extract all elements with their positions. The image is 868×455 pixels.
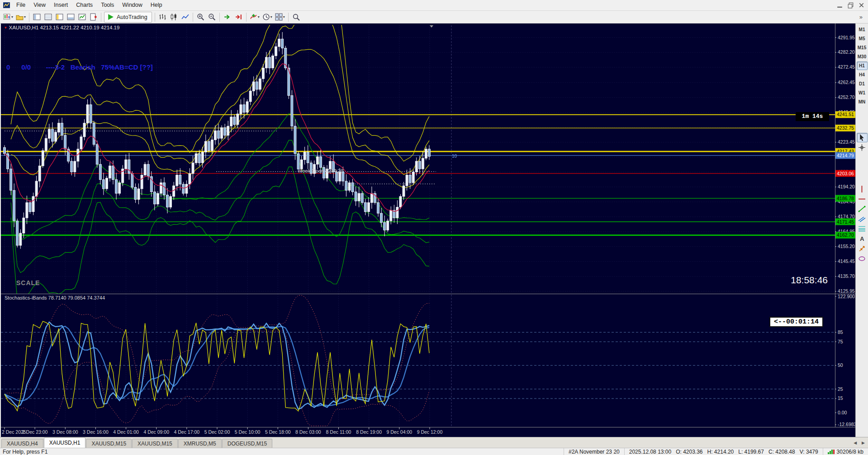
toolbar-overflow-button[interactable]: »	[857, 13, 865, 21]
autotrading-label: AutoTrading	[117, 14, 147, 20]
timeframe-m30-button[interactable]: M30	[857, 52, 868, 61]
auto-scroll-button[interactable]	[222, 12, 233, 23]
channel-tool[interactable]	[857, 214, 868, 224]
zoom-in-button[interactable]	[195, 12, 206, 23]
text-tool[interactable]: A	[857, 234, 868, 244]
toolbar-separator	[193, 13, 193, 22]
timeframe-h4-button[interactable]: H4	[857, 70, 868, 79]
bar-chart-button[interactable]	[157, 12, 168, 23]
scale-label: SCALE	[16, 279, 40, 286]
week-open-label: Week Open 4204.26	[298, 168, 343, 174]
candle-countdown-badge: 1m 14s	[796, 112, 829, 121]
status-right-cluster: #2A November 23 20 2025.12.08 13:00 O: 4…	[564, 448, 868, 455]
crosshair-tool[interactable]	[857, 143, 868, 152]
toolbar-separator	[29, 13, 29, 22]
chart-tab-bar: XAUUSD,H4XAUUSD,H1XAUUSD,M15XAUUSD,M15XM…	[0, 437, 868, 448]
connection-signal-icon	[828, 449, 835, 454]
indicator-title: Stochastics-iBands 78.7140 79.0854 74.37…	[5, 295, 105, 300]
timeframe-m15-button[interactable]: M15	[857, 43, 868, 52]
trendline-tool[interactable]	[857, 204, 868, 214]
toolbar-separator	[246, 13, 247, 22]
chart-tab-xauusd-m15[interactable]: XAUUSD,M15	[132, 439, 178, 448]
terminal-button[interactable]	[65, 12, 76, 23]
chart-tab-xmrusd-m5[interactable]: XMRUSD,M5	[178, 439, 222, 448]
timeframe-mn-button[interactable]: MN	[857, 98, 868, 106]
menu-help[interactable]: Help	[147, 0, 166, 10]
chart-symbol-icon: ▾	[5, 25, 7, 30]
window-close-button[interactable]	[856, 1, 866, 9]
timeframe-w1-button[interactable]: W1	[857, 89, 868, 97]
chart-shift-button[interactable]	[233, 12, 244, 23]
periods-button[interactable]: ▾	[261, 12, 274, 23]
arrows-tool[interactable]	[857, 244, 868, 253]
status-bar-info: 2025.12.08 13:00 O: 4203.36 H: 4214.20 L…	[624, 448, 823, 455]
vertical-line-tool[interactable]	[857, 184, 868, 194]
app-logo-icon	[3, 1, 10, 9]
harmonic-pattern-annotation: 0 0/0 ----3-2 Bearish 75%AB=CD [??]	[6, 63, 153, 71]
chart-tab-xauusd-h4[interactable]: XAUUSD,H4	[1, 439, 43, 448]
fibonacci-tool[interactable]	[857, 224, 868, 234]
status-bar: For Help, press F1 #2A November 23 20 20…	[0, 448, 868, 455]
mt4-window: FileViewInsertChartsToolsWindowHelp ▾▾Au…	[0, 0, 868, 455]
strategy-tester-button[interactable]	[76, 12, 88, 23]
menu-view[interactable]: View	[29, 0, 50, 10]
window-restore-button[interactable]	[845, 1, 855, 9]
menu-charts[interactable]: Charts	[72, 0, 97, 10]
dropdown-caret-icon: ▾	[24, 15, 26, 19]
zoom-out-button[interactable]	[206, 12, 218, 23]
chart-tab-xauusd-m15[interactable]: XAUUSD,M15	[86, 439, 132, 448]
menu-items: FileViewInsertChartsToolsWindowHelp	[12, 0, 166, 10]
templates-button[interactable]: ▾	[274, 12, 286, 23]
chart-title: ▾ XAUUSD,H1 4213.15 4221.22 4210.19 4214…	[5, 25, 119, 30]
status-connection-text: 30206/8 kb	[837, 449, 863, 455]
toolbar-separator	[288, 13, 289, 22]
window-minimize-button[interactable]	[835, 1, 844, 9]
candlestick-chart-button[interactable]	[168, 12, 180, 23]
panel-splitter[interactable]	[1, 293, 835, 295]
chart-title-text: XAUUSD,H1 4213.15 4221.22 4210.19 4214.1…	[9, 25, 120, 30]
indicator-countdown-badge: <--00:01:14	[769, 317, 823, 327]
menu-file[interactable]: File	[12, 0, 29, 10]
menu-window[interactable]: Window	[118, 0, 146, 10]
timeframe-m1-button[interactable]: M1	[857, 25, 868, 34]
chart-canvas[interactable]: 4291.954282.204272.454262.454252.704242.…	[1, 23, 855, 437]
timeframe-h1-button[interactable]: H1	[857, 61, 868, 70]
tab-scroll-left-button[interactable]: ◀	[852, 440, 859, 446]
cursor-tool[interactable]	[857, 133, 868, 142]
timeframe-d1-button[interactable]: D1	[857, 80, 868, 88]
tab-scroll-buttons: ◀▶	[852, 437, 867, 448]
menu-insert[interactable]: Insert	[50, 0, 72, 10]
chart-tab-dogeusd-m15[interactable]: DOGEUSD,M15	[222, 439, 272, 448]
status-connection: 30206/8 kb	[823, 448, 868, 455]
tab-scroll-right-button[interactable]: ▶	[860, 440, 867, 446]
ellipse-tool[interactable]	[857, 254, 868, 263]
profiles-button[interactable]: ▾	[14, 12, 27, 23]
menu-bar: FileViewInsertChartsToolsWindowHelp	[0, 0, 868, 11]
toolbar-separator	[101, 13, 101, 22]
clock-display: 18:58:46	[791, 275, 828, 286]
search-button[interactable]	[290, 12, 302, 23]
market-watch-button[interactable]	[31, 12, 43, 23]
data-window-button[interactable]	[43, 12, 54, 23]
dropdown-caret-icon: ▾	[11, 15, 13, 19]
time-axis[interactable]	[1, 427, 835, 437]
timeframe-m5-button[interactable]: M5	[857, 34, 868, 43]
dropdown-caret-icon: ▾	[270, 15, 272, 19]
new-chart-button[interactable]: ▾	[2, 12, 14, 23]
status-journal-text: #2A November 23 20	[564, 448, 624, 455]
line-chart-button[interactable]	[180, 12, 191, 23]
timeframe-toolbar: M1M5M15M30H1H4D1W1MNA	[855, 23, 868, 437]
dropdown-caret-icon: ▾	[258, 15, 260, 19]
new-order-button[interactable]	[88, 12, 99, 23]
toolbar: ▾▾AutoTrading▾▾▾»	[0, 11, 868, 23]
chart-tab-xauusd-h1[interactable]: XAUUSD,H1	[44, 437, 86, 448]
toolbar-separator	[155, 13, 155, 22]
navigator-button[interactable]	[54, 12, 65, 23]
shift-bars-label: 10	[452, 154, 457, 159]
price-axis[interactable]	[835, 23, 855, 427]
indicators-button[interactable]: ▾	[248, 12, 261, 23]
autotrading-button[interactable]: AutoTrading	[104, 12, 152, 23]
menu-tools[interactable]: Tools	[97, 0, 118, 10]
svg-text:A: A	[860, 235, 864, 242]
horizontal-line-tool[interactable]	[857, 194, 868, 204]
